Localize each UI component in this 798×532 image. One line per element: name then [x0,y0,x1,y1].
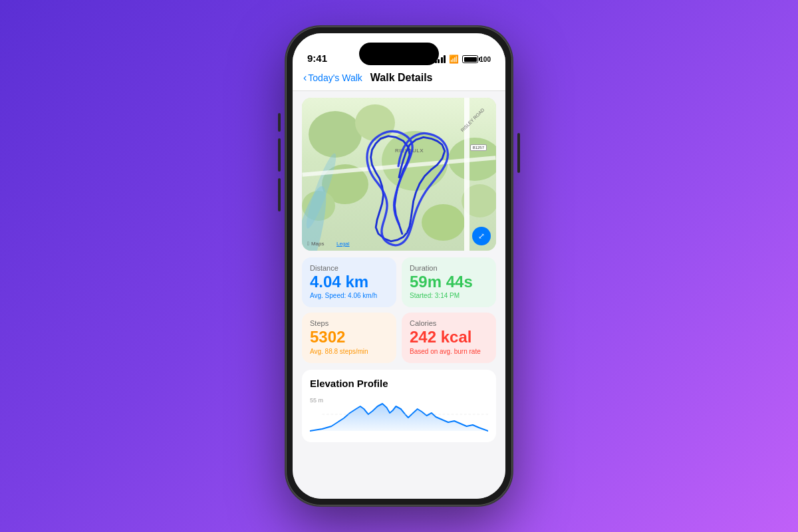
stats-grid: Distance 4.04 km Avg. Speed: 4.06 km/h D… [302,257,496,363]
silent-switch[interactable] [278,113,281,132]
elevation-chart: 55 m [310,394,488,434]
distance-card[interactable]: Distance 4.04 km Avg. Speed: 4.06 km/h [302,257,396,307]
volume-up-button[interactable] [278,138,281,172]
steps-value: 5302 [310,329,388,346]
calories-card[interactable]: Calories 242 kcal Based on avg. burn rat… [402,313,496,362]
scroll-content[interactable]: RISLEY ROAD B1257 RIEVAULX  [293,91,505,499]
route-svg [302,98,496,251]
battery-percent: 100 [479,56,491,63]
map-background: RISLEY ROAD B1257 RIEVAULX  [302,98,496,251]
expand-icon: ⤢ [478,231,485,241]
elevation-label: 55 m [310,397,323,404]
distance-label: Distance [310,264,388,272]
volume-down-button[interactable] [278,178,281,211]
duration-label: Duration [410,264,488,272]
maps-attribution:  Maps [307,241,324,247]
steps-label: Steps [310,319,388,327]
map-expand-button[interactable]: ⤢ [472,227,491,245]
duration-value: 59m 44s [410,273,488,291]
battery-icon: 100 [462,55,491,63]
back-label: Today's Walk [308,72,362,83]
duration-sub: Started: 3:14 PM [410,292,488,299]
back-button[interactable]: ‹ Today's Walk [303,72,362,83]
steps-sub: Avg. 88.8 steps/min [310,348,388,355]
calories-value: 242 kcal [410,329,488,346]
distance-sub: Avg. Speed: 4.06 km/h [310,292,388,299]
calories-sub: Based on avg. burn rate [410,348,488,355]
power-button[interactable] [517,133,520,173]
maps-legal-link[interactable]: Legal [336,241,350,247]
elevation-section: Elevation Profile 55 m [302,370,496,442]
map-container[interactable]: RISLEY ROAD B1257 RIEVAULX  [302,98,496,251]
phone-wrapper: 9:41 📶 100 ‹ Today's Walk Walk De [286,27,512,505]
nav-header: ‹ Today's Walk Walk Details [293,69,505,91]
duration-card[interactable]: Duration 59m 44s Started: 3:14 PM [402,257,496,307]
phone-screen: 9:41 📶 100 ‹ Today's Walk Walk De [293,33,505,499]
elevation-title: Elevation Profile [310,378,488,389]
dynamic-island [359,43,439,65]
distance-value: 4.04 km [310,273,388,291]
calories-label: Calories [410,319,488,327]
back-chevron-icon: ‹ [303,72,307,83]
wifi-icon: 📶 [449,55,459,64]
elevation-svg [310,394,488,434]
status-time: 9:41 [307,53,327,64]
nav-title: Walk Details [370,72,433,84]
steps-card[interactable]: Steps 5302 Avg. 88.8 steps/min [302,313,396,362]
status-icons: 📶 100 [435,55,491,64]
